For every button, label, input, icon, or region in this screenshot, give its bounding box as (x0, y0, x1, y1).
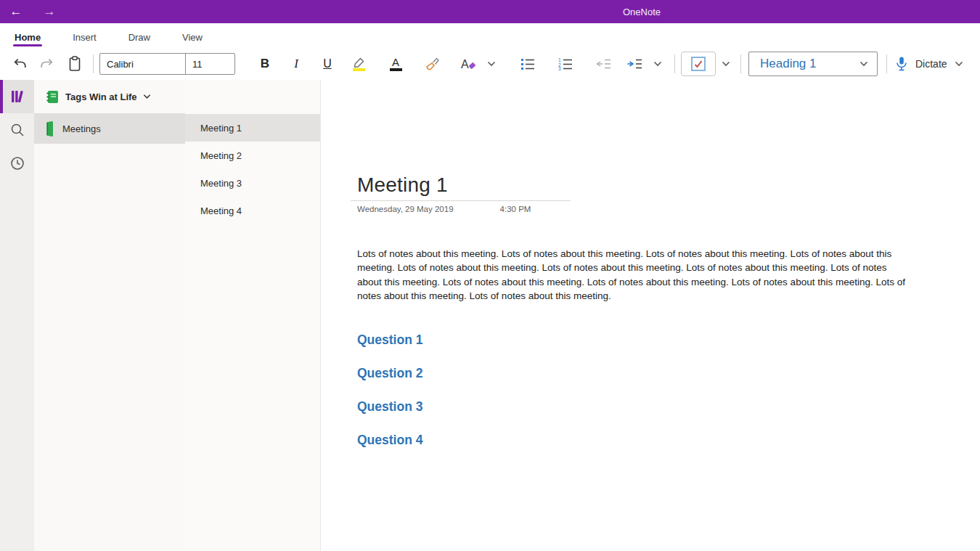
bold-icon: B (261, 57, 269, 71)
page-item-meeting-2[interactable]: Meeting 2 (185, 142, 320, 169)
indent-button[interactable] (621, 52, 648, 76)
undo-button[interactable] (6, 52, 33, 76)
section-item-meetings[interactable]: Meetings (34, 113, 185, 144)
question-4-heading[interactable]: Question 4 (357, 433, 422, 448)
paragraph-options-chevron[interactable] (648, 52, 667, 76)
font-name-box[interactable]: Calibri (100, 54, 186, 74)
notebooks-icon (9, 89, 25, 105)
bold-button[interactable]: B (251, 52, 279, 76)
page-item-meeting-1[interactable]: Meeting 1 (185, 114, 320, 142)
bullet-list-button[interactable] (514, 52, 542, 76)
clear-formatting-button[interactable]: A (454, 52, 482, 76)
clipboard-icon (67, 55, 83, 73)
onenote-window: ← → OneNote Home Insert Draw View Calibr… (0, 0, 980, 551)
page-item-meeting-4[interactable]: Meeting 4 (185, 197, 320, 224)
font-color-icon: A (390, 57, 402, 71)
chevron-down-icon (487, 61, 496, 67)
format-painter-icon (425, 57, 441, 71)
font-size-box[interactable]: 11 (186, 54, 234, 74)
italic-button[interactable]: I (282, 52, 310, 76)
notebook-icon (45, 89, 59, 105)
page-title[interactable]: Meeting 1 (357, 174, 448, 197)
notebook-switcher[interactable]: Tags Win at Life (34, 80, 185, 113)
undo-icon (12, 57, 28, 71)
home-ribbon-toolbar: Calibri 11 B I U A A (0, 48, 980, 81)
toolbar-separator (886, 54, 887, 73)
chevron-down-icon (722, 61, 730, 67)
rail-item-notebooks[interactable] (0, 80, 34, 113)
rail-item-recent-notes[interactable] (0, 147, 34, 180)
note-paragraph[interactable]: Lots of notes about this meeting. Lots o… (357, 247, 907, 303)
redo-icon (39, 57, 55, 71)
outdent-button[interactable] (589, 52, 617, 76)
italic-icon: I (294, 57, 298, 71)
paragraph-style-dropdown[interactable]: Heading 1 (748, 52, 878, 76)
page-item-meeting-3[interactable]: Meeting 3 (185, 169, 320, 197)
numbered-list-button[interactable]: 123 (552, 52, 579, 76)
toolbar-separator (740, 54, 741, 73)
note-canvas[interactable]: Meeting 1 Wednesday, 29 May 2019 4:30 PM… (321, 80, 980, 551)
search-icon (9, 122, 25, 138)
page-date-time: Wednesday, 29 May 2019 4:30 PM (357, 205, 531, 213)
tab-view[interactable]: View (181, 32, 204, 48)
chevron-down-icon (143, 94, 151, 99)
title-divider (351, 200, 571, 201)
back-arrow-icon[interactable]: ← (4, 0, 28, 23)
font-color-button[interactable]: A (382, 52, 409, 76)
pages-pane: Meeting 1 Meeting 2 Meeting 3 Meeting 4 (185, 80, 321, 551)
underline-button[interactable]: U (314, 52, 341, 76)
ribbon-tab-bar: Home Insert Draw View (0, 23, 980, 48)
svg-text:A: A (461, 58, 469, 70)
microphone-icon (894, 56, 909, 72)
bullet-list-icon (520, 57, 535, 70)
notebook-name: Tags Win at Life (65, 91, 137, 102)
section-tab-icon (44, 121, 54, 137)
dictate-label: Dictate (915, 58, 947, 70)
highlighter-icon (351, 57, 366, 71)
tab-home[interactable]: Home (13, 32, 42, 48)
toolbar-separator (674, 54, 675, 73)
page-date: Wednesday, 29 May 2019 (357, 205, 454, 213)
paste-button[interactable] (61, 52, 89, 76)
question-2-heading[interactable]: Question 2 (357, 366, 422, 381)
underline-icon: U (323, 57, 332, 70)
toolbar-separator (93, 54, 94, 73)
section-label: Meetings (62, 123, 101, 134)
window-title: OneNote (623, 0, 661, 23)
redo-button[interactable] (33, 52, 61, 76)
chevron-down-icon (653, 61, 662, 67)
clear-formatting-icon: A (460, 57, 477, 71)
svg-text:3: 3 (558, 66, 561, 70)
chevron-down-icon (859, 61, 868, 67)
highlight-button[interactable] (345, 52, 372, 76)
format-painter-button[interactable] (419, 52, 446, 76)
outdent-icon (595, 57, 611, 70)
question-1-heading[interactable]: Question 1 (357, 332, 422, 348)
forward-arrow-icon[interactable]: → (38, 0, 61, 23)
font-controls: Calibri 11 (99, 53, 235, 75)
sections-pane: Tags Win at Life Meetings (34, 80, 186, 551)
paragraph-style-value: Heading 1 (749, 57, 859, 71)
page-time: 4:30 PM (500, 205, 531, 213)
numbered-list-icon: 123 (558, 57, 573, 70)
todo-checkbox-icon (690, 56, 706, 72)
rail-item-search[interactable] (0, 113, 34, 147)
indent-icon (626, 57, 642, 70)
tags-chevron[interactable] (716, 52, 736, 76)
todo-tag-button[interactable] (681, 52, 716, 76)
clock-icon (9, 155, 25, 171)
chevron-down-icon (955, 61, 963, 67)
navigation-rail (0, 80, 34, 551)
font-options-chevron[interactable] (482, 52, 501, 76)
tab-insert[interactable]: Insert (71, 32, 98, 48)
dictate-button[interactable]: Dictate (894, 56, 963, 72)
tab-draw[interactable]: Draw (127, 32, 152, 48)
title-bar: ← → OneNote (0, 0, 980, 23)
question-3-heading[interactable]: Question 3 (357, 399, 422, 415)
